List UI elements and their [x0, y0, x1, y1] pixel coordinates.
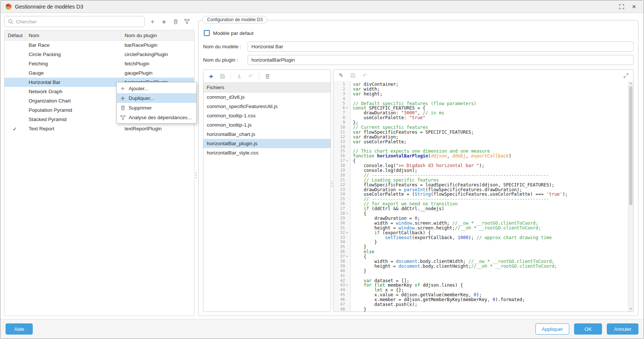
gutter-line: 6▾	[334, 106, 350, 111]
add-model-button[interactable]: +	[148, 17, 157, 26]
editor-code[interactable]: var divContainer;var width;var height; /…	[351, 81, 628, 312]
file-item[interactable]: horizontalBar_style.css	[203, 148, 331, 157]
code-line	[353, 274, 628, 278]
column-header[interactable]: Défaut	[4, 30, 25, 40]
ok-button[interactable]: OK	[574, 323, 602, 335]
files-list: common_d3v6.jscommon_specificFeaturesUti…	[203, 92, 331, 157]
edit-code-button[interactable]: ✎	[337, 71, 345, 79]
gutter-line: 21	[334, 178, 350, 183]
fold-marker[interactable]: ▾	[346, 283, 350, 288]
window-title: Gestionnaire de modèles D3	[15, 4, 83, 10]
save-file-button[interactable]	[218, 72, 226, 80]
context-menu-item[interactable]: Supprimer	[117, 103, 196, 113]
code-line: var useColorPalette;	[353, 140, 628, 144]
model-table: DéfautNomNom du plugin Bar RacebarRacePl…	[4, 30, 194, 316]
context-menu-label: Dupliquer...	[129, 95, 154, 101]
editor-scrollbar[interactable]: ▲ ▼	[628, 81, 633, 312]
gutter-line: 38	[334, 259, 350, 264]
gutter-line: 1	[334, 82, 350, 87]
files-editor-splitter[interactable]	[331, 69, 333, 312]
scrollbar-track[interactable]	[628, 86, 633, 307]
revert-file-button[interactable]: ↶	[247, 72, 255, 80]
panel-splitter[interactable]	[195, 13, 197, 319]
dependency-icon	[184, 19, 190, 25]
fold-marker[interactable]: ▾	[346, 159, 350, 163]
code-line: var flowSpecificFeatures = SPECIFIC_FEAT…	[353, 130, 628, 135]
workspace: +▾ ↶	[203, 69, 634, 312]
close-button[interactable]: ×	[629, 2, 638, 11]
gutter-line: 30	[334, 221, 350, 226]
plus-icon: +	[119, 85, 126, 92]
code-line: // Loading specific features	[353, 178, 628, 183]
undo-code-button[interactable]: ↶	[361, 71, 369, 79]
code-line: setTimeout(exportCallback, 1000); // app…	[353, 235, 628, 240]
fold-marker[interactable]: ▾	[346, 231, 350, 235]
save-code-button[interactable]	[349, 71, 357, 79]
table-row[interactable]: Circle PackingcirclePackingPlugin	[4, 50, 194, 59]
file-item[interactable]: common_specificFeaturesUtil.js	[203, 102, 331, 111]
maximize-button[interactable]	[617, 2, 626, 11]
code-line: function horizontalBarPlugin(ddjson, ddo…	[353, 154, 628, 159]
table-row[interactable]: FetchingfetchPlugin	[4, 59, 194, 68]
default-model-checkbox[interactable]	[204, 30, 210, 36]
table-row[interactable]: ✓Text ReporttextReportPlugin	[4, 124, 194, 133]
delete-file-button[interactable]	[263, 72, 271, 80]
line-number: 4	[334, 97, 346, 101]
cancel-button[interactable]: Annuler	[607, 323, 638, 335]
line-number: 48	[334, 307, 346, 312]
delete-model-button[interactable]	[171, 17, 180, 26]
file-item[interactable]: common_tooltip-1.css	[203, 111, 331, 120]
line-number: 10	[334, 125, 346, 130]
files-panel: +▾ ↶	[203, 69, 331, 312]
model-name-cell: Fetching	[25, 61, 121, 66]
code-line: else	[353, 250, 628, 254]
expand-editor-button[interactable]	[622, 71, 630, 79]
model-manager-dialog: Gestionnaire de modèles D3 × + +	[0, 0, 644, 339]
file-item[interactable]: common_d3v6.js	[203, 92, 331, 102]
plugin-name-input[interactable]	[248, 55, 634, 65]
gutter-line: 29	[334, 216, 350, 221]
scroll-up-button[interactable]: ▲	[628, 81, 633, 86]
model-list-panel: + + DéfautNomNom du plugin Bar RacebarRa…	[0, 13, 195, 319]
search-input[interactable]	[16, 19, 141, 25]
code-editor[interactable]: 123456▾7891011121314151617▾1819202122232…	[334, 81, 633, 312]
plus-icon: +	[150, 18, 154, 25]
plugin-name-cell: barRacePlugin	[121, 42, 194, 48]
default-model-row: Modèle par defaut	[204, 29, 634, 38]
code-line: var drawDuration;	[353, 135, 628, 140]
search-box[interactable]	[4, 16, 145, 27]
context-menu-item[interactable]: +Ajouter...	[117, 84, 196, 93]
column-header[interactable]: Nom	[25, 30, 121, 40]
table-row[interactable]: Bar RacebarRacePlugin	[4, 40, 194, 50]
fold-marker[interactable]: ▾	[346, 254, 350, 259]
dependency-analysis-button[interactable]	[183, 17, 191, 26]
file-item[interactable]: horizontalBar_plugin.js	[203, 139, 331, 148]
duplicate-model-button[interactable]: +	[160, 17, 168, 26]
column-header[interactable]: Nom du plugin	[121, 30, 194, 40]
context-menu-item[interactable]: +Dupliquer...	[117, 93, 196, 103]
code-editor-panel: ✎ ↶ 123456▾7891011121314151617▾181920212…	[333, 69, 634, 312]
model-name-input[interactable]	[248, 42, 634, 52]
apply-button[interactable]: Appliquer	[535, 323, 569, 335]
model-name-cell: Population Pyramid	[25, 107, 121, 113]
undo-icon: ↶	[248, 73, 253, 79]
code-line: var width;	[353, 87, 628, 92]
line-number: 20	[334, 173, 346, 178]
scrollbar-thumb[interactable]	[629, 86, 632, 205]
context-menu-item[interactable]: Analyse des dépendances...	[117, 113, 196, 122]
file-item[interactable]: horizontalBar_chart.js	[203, 130, 331, 139]
footer-bar: Aide Appliquer OK Annuler	[0, 319, 644, 339]
gutter-line: 19	[334, 168, 350, 173]
gutter-line: 8	[334, 115, 350, 120]
fold-marker[interactable]: ▾	[346, 106, 350, 111]
file-item[interactable]: common_tooltip-1.js	[203, 120, 331, 130]
add-file-button[interactable]: +▾	[207, 72, 215, 80]
fold-marker[interactable]: ▾	[346, 211, 350, 216]
line-number: 47	[334, 302, 346, 307]
table-row[interactable]: GaugegaugePlugin	[4, 68, 194, 78]
help-button[interactable]: Aide	[6, 323, 33, 335]
scroll-down-button[interactable]: ▼	[628, 307, 633, 312]
import-icon	[236, 74, 242, 79]
gutter-line: 7	[334, 111, 350, 115]
import-file-button[interactable]	[235, 72, 243, 80]
